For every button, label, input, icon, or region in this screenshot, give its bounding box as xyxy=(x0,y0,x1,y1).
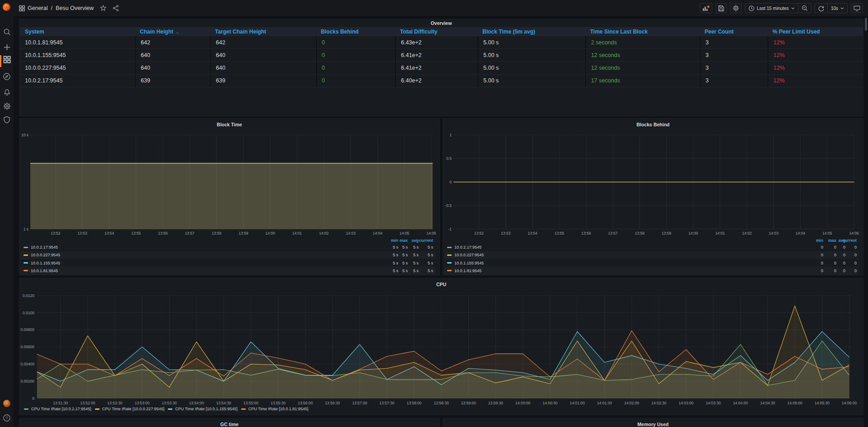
svg-text:14:00:00: 14:00:00 xyxy=(515,401,530,405)
panel-title[interactable]: Overview xyxy=(19,20,863,26)
breadcrumb-section[interactable]: General xyxy=(28,5,48,11)
svg-text:13:55:00: 13:55:00 xyxy=(243,401,258,405)
series-name: CPU Time IRate [10.0.0.227:9545] xyxy=(102,407,165,411)
table-cell: 12% xyxy=(768,75,863,87)
column-header[interactable]: Chain Height⌄ xyxy=(135,29,210,35)
table-cell: 5.00 s xyxy=(477,62,585,74)
series-name[interactable]: 10.0.0.227:9545 xyxy=(454,253,484,257)
legend-item[interactable]: CPU Time IRate [10.0.1.155:9545] xyxy=(168,407,238,411)
legend-item[interactable]: CPU Time IRate [10.0.0.227:9545] xyxy=(95,407,165,411)
table-cell: 6.41e+2 xyxy=(395,49,477,61)
time-range-picker[interactable]: Last 15 minutes xyxy=(745,4,798,13)
table-cell: 10.0.1.155:9545 xyxy=(20,49,135,61)
cycle-view-mode-button[interactable] xyxy=(851,3,863,13)
search-icon[interactable] xyxy=(0,28,14,36)
legend-item[interactable]: CPU Time IRate [10.0.2.17:9545] xyxy=(24,407,91,411)
table-cell: 12 seconds xyxy=(585,62,700,74)
series-name[interactable]: 10.0.2.17:9545 xyxy=(454,245,482,249)
column-header[interactable]: Peer Count xyxy=(700,29,768,35)
add-panel-button[interactable] xyxy=(700,3,712,13)
help-icon[interactable]: ? xyxy=(0,414,14,422)
panel-title[interactable]: GC time xyxy=(19,422,439,427)
refresh-interval-picker[interactable]: 10s xyxy=(827,4,847,13)
series-name[interactable]: 10.0.1.155:9545 xyxy=(31,261,60,265)
legend-value: 5 s xyxy=(428,269,433,273)
grafana-logo[interactable] xyxy=(2,3,11,13)
legend-column-current[interactable]: current xyxy=(843,238,857,243)
panel-title[interactable]: Memory Used xyxy=(443,422,863,427)
svg-text:13:53:00: 13:53:00 xyxy=(134,401,149,405)
table-cell: 12% xyxy=(768,62,863,74)
clock-icon xyxy=(749,5,754,11)
refresh-button[interactable] xyxy=(815,4,827,13)
scrollbar-thumb[interactable] xyxy=(865,18,867,31)
column-header[interactable]: Block Time (5m avg) xyxy=(477,29,585,35)
series-name: CPU Time IRate [10.0.1.81:9545] xyxy=(248,407,309,411)
column-header[interactable]: Total Difficulty xyxy=(395,29,477,35)
svg-text:13:53:30: 13:53:30 xyxy=(162,401,177,405)
plus-icon[interactable] xyxy=(0,43,14,51)
legend-column-min[interactable]: min xyxy=(391,238,398,243)
svg-text:13:55: 13:55 xyxy=(554,231,564,235)
security-shield-icon[interactable] xyxy=(0,116,14,124)
legend-row: 10.0.1.81:95455 s5 s5 s5 s xyxy=(20,267,436,274)
legend-value: 5 s xyxy=(413,253,419,257)
chevron-down-icon xyxy=(840,7,844,10)
series-name[interactable]: 10.0.1.81:9545 xyxy=(454,269,482,273)
star-icon[interactable] xyxy=(100,5,106,11)
column-header[interactable]: Blocks Behind xyxy=(316,29,395,35)
configuration-gear-icon[interactable] xyxy=(0,102,14,110)
series-name: CPU Time IRate [10.0.1.155:9545] xyxy=(175,407,238,411)
series-name[interactable]: 10.0.0.227:9545 xyxy=(31,253,60,257)
dashboards-icon[interactable] xyxy=(0,56,14,63)
column-header[interactable]: % Peer Limit Used xyxy=(768,29,863,35)
series-name[interactable]: 10.0.2.17:9545 xyxy=(31,245,58,249)
legend-column-current[interactable]: current xyxy=(419,238,433,243)
svg-text:14:06:00: 14:06:00 xyxy=(842,401,857,405)
block-time-legend: minmaxavgcurrent10.0.2.17:95455 s5 s5 s5… xyxy=(20,237,436,275)
legend-item[interactable]: CPU Time IRate [10.0.1.81:9545] xyxy=(241,407,309,411)
zoom-out-button[interactable] xyxy=(798,4,811,13)
table-cell: 12% xyxy=(768,49,863,61)
series-color-dash xyxy=(447,270,452,271)
legend-column-max[interactable]: max xyxy=(400,238,408,243)
alerting-bell-icon[interactable] xyxy=(0,88,14,96)
svg-text:0.00800: 0.00800 xyxy=(20,327,34,332)
svg-text:14:01:30: 14:01:30 xyxy=(597,401,612,405)
legend-row: 10.0.1.81:95450000 xyxy=(444,267,858,274)
series-name[interactable]: 10.0.1.155:9545 xyxy=(454,261,484,265)
legend-value: 5 s xyxy=(402,245,408,249)
breadcrumb-title[interactable]: Besu Overview xyxy=(56,5,94,11)
legend-value: 0 xyxy=(843,261,845,265)
column-header[interactable]: Target Chain Height xyxy=(210,29,316,35)
dashboard-settings-button[interactable] xyxy=(730,3,742,13)
legend-value: 5 s xyxy=(428,261,433,265)
legend-column-min[interactable]: min xyxy=(816,238,823,243)
svg-text:13:56: 13:56 xyxy=(581,231,591,235)
share-icon[interactable] xyxy=(113,5,119,11)
svg-text:14:00: 14:00 xyxy=(688,231,698,235)
svg-text:14:03:00: 14:03:00 xyxy=(678,401,693,405)
svg-text:13:56:30: 13:56:30 xyxy=(325,401,340,405)
svg-text:14:05: 14:05 xyxy=(400,231,410,235)
series-color-dash xyxy=(24,270,28,271)
legend-value: 0 xyxy=(834,261,836,265)
column-header[interactable]: Time Since Last Block xyxy=(585,29,700,35)
column-header[interactable]: System xyxy=(20,29,135,35)
explore-compass-icon[interactable] xyxy=(0,72,14,81)
legend-column-avg[interactable]: avg xyxy=(411,238,419,243)
save-dashboard-button[interactable] xyxy=(715,3,727,13)
legend-value: 5 s xyxy=(393,253,398,257)
table-cell: 17 seconds xyxy=(585,75,700,87)
series-color-dash xyxy=(168,408,172,410)
legend-column-max[interactable]: max xyxy=(828,238,836,243)
svg-text:14:01: 14:01 xyxy=(292,231,302,235)
series-color-dash xyxy=(24,408,29,410)
dashboard-grid-icon xyxy=(19,5,25,11)
avatar[interactable] xyxy=(0,399,14,408)
svg-text:14:04:00: 14:04:00 xyxy=(733,401,748,405)
cpu-chart[interactable]: 13:51:3013:52:0013:52:3013:53:0013:53:30… xyxy=(19,278,864,416)
svg-text:13:59:00: 13:59:00 xyxy=(461,401,476,405)
series-name[interactable]: 10.0.1.81:9545 xyxy=(31,269,58,273)
svg-text:14:01: 14:01 xyxy=(715,231,725,235)
